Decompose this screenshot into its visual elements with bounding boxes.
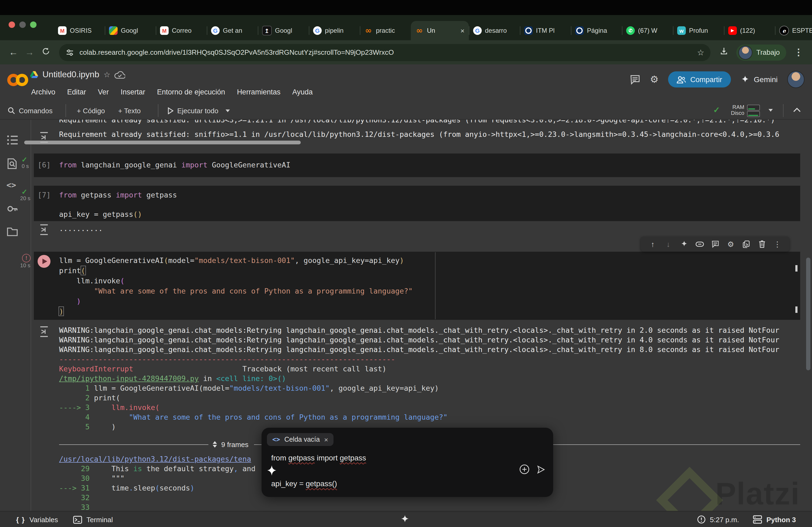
output-horizontal-scrollbar[interactable] — [24, 140, 301, 144]
browser-tab[interactable]: Correo — [156, 21, 207, 40]
menu-insertar[interactable]: Insertar — [120, 88, 145, 96]
delete-cell-trash-icon[interactable] — [754, 240, 770, 248]
send-icon[interactable] — [536, 465, 546, 474]
menu-ver[interactable]: Ver — [98, 88, 109, 96]
browser-tab[interactable]: ITM Pl — [520, 21, 571, 40]
run-cell-button[interactable] — [38, 255, 50, 268]
move-cell-up-icon[interactable]: ↑ — [645, 240, 661, 249]
menu-ayuda[interactable]: Ayuda — [292, 88, 313, 96]
resources-dropdown-icon[interactable] — [768, 109, 773, 111]
execution-count[interactable]: [6] — [38, 160, 51, 169]
settings-gear-icon[interactable]: ⚙ — [650, 74, 658, 85]
zoom-window-button[interactable] — [30, 21, 37, 28]
browser-tab[interactable]: Googl — [258, 21, 309, 40]
browser-profile-chip[interactable]: Trabajo — [737, 44, 786, 60]
cell-settings-gear-icon[interactable]: ⚙ — [723, 240, 738, 249]
disk-gauge[interactable] — [747, 111, 760, 117]
add-comment-icon[interactable] — [707, 240, 723, 248]
back-button[interactable]: ← — [5, 47, 21, 58]
command-palette-button[interactable]: Comandos — [8, 102, 53, 119]
expand-frames-icon[interactable] — [213, 441, 217, 448]
browser-tab[interactable]: Profun — [673, 21, 724, 40]
bookmark-star-icon[interactable]: ☆ — [697, 47, 704, 57]
frames-count-label[interactable]: 9 frames — [221, 440, 248, 448]
files-folder-icon[interactable] — [6, 225, 18, 237]
traceback-file-link[interactable]: /tmp/ipython-input-4289447009.py in <cel… — [59, 374, 286, 383]
download-button[interactable] — [716, 47, 732, 58]
notifications-time[interactable]: 5:27 p.m. — [697, 515, 739, 524]
menu-archivo[interactable]: Archivo — [31, 88, 55, 96]
move-cell-down-icon[interactable]: ↓ — [661, 240, 676, 249]
notebook-title[interactable]: Untitled0.ipynb — [42, 70, 99, 79]
output-toggle-icon[interactable] — [39, 325, 49, 338]
close-icon[interactable]: × — [324, 436, 328, 443]
copy-cell-icon[interactable] — [738, 240, 754, 248]
suggested-code-line[interactable]: api_key = getpass() — [271, 479, 337, 488]
site-settings-icon[interactable] — [66, 48, 74, 57]
suggested-code-line[interactable]: from getpass import getpass — [271, 453, 366, 462]
find-replace-icon[interactable] — [6, 158, 18, 169]
code-snippets-icon[interactable]: <> — [6, 180, 18, 192]
browser-tab[interactable]: ESPTE — [775, 21, 812, 40]
browser-tab[interactable]: desarro — [469, 21, 520, 40]
add-code-cell-button[interactable]: + Código — [77, 102, 105, 119]
more-actions-kebab-icon[interactable]: ⋮ — [770, 240, 785, 249]
forward-button[interactable]: → — [21, 47, 38, 58]
share-button[interactable]: Compartir — [668, 71, 731, 88]
output-toggle-icon[interactable] — [39, 131, 49, 144]
code-line[interactable]: "What are some of the pros and cons of P… — [59, 286, 413, 296]
terminal-button[interactable]: Terminal — [73, 515, 113, 524]
url-omnibox[interactable]: colab.research.google.com/drive/1l3RHQsq… — [59, 44, 711, 61]
code-line[interactable]: from langchain_google_genai import Googl… — [59, 160, 291, 169]
collapse-header-chevron-icon[interactable] — [793, 107, 801, 113]
comments-icon[interactable] — [630, 74, 640, 85]
star-notebook-icon[interactable]: ☆ — [104, 70, 110, 79]
table-of-contents-icon[interactable] — [6, 134, 18, 146]
copy-link-icon[interactable] — [692, 241, 707, 247]
download-icon — [720, 47, 728, 55]
gemini-sparkle-icon[interactable] — [400, 515, 410, 524]
insert-plus-icon[interactable] — [519, 464, 530, 475]
minimize-window-button[interactable] — [19, 21, 26, 28]
code-line[interactable]: ) — [59, 306, 63, 316]
secrets-key-icon[interactable] — [6, 203, 18, 215]
menu-entorno[interactable]: Entorno de ejecución — [157, 88, 225, 96]
traceback-file-link[interactable]: /usr/local/lib/python3.12/dist-packages/… — [59, 454, 251, 464]
browser-tab[interactable]: practic — [360, 21, 411, 40]
url-text[interactable]: colab.research.google.com/drive/1l3RHQsq… — [79, 48, 693, 56]
variables-button[interactable]: { } Variables — [16, 515, 58, 524]
close-window-button[interactable] — [9, 21, 15, 28]
browser-tab[interactable]: (122) — [724, 21, 775, 40]
reload-button[interactable] — [38, 47, 54, 58]
browser-menu-kebab-icon[interactable]: ⋮ — [791, 47, 807, 58]
account-avatar[interactable] — [787, 71, 804, 88]
execution-count[interactable]: [7] — [38, 190, 51, 200]
code-line[interactable]: llm.invoke( — [59, 276, 125, 286]
ram-gauge[interactable] — [747, 105, 760, 110]
code-line[interactable]: from getpass import getpass — [59, 190, 177, 200]
browser-tab[interactable]: Googl — [105, 21, 156, 40]
gemini-button[interactable]: Gemini — [740, 75, 778, 84]
tab-close-icon[interactable]: × — [461, 27, 465, 35]
code-line[interactable]: llm = GoogleGenerativeAI(model="models/t… — [59, 255, 404, 265]
code-line[interactable]: print( — [59, 266, 85, 275]
menu-editar[interactable]: Editar — [67, 88, 86, 96]
run-all-button[interactable]: Ejecutar todo — [168, 102, 230, 119]
browser-tab[interactable]: (67) W — [622, 21, 673, 40]
kernel-selector[interactable]: Python 3 — [753, 515, 796, 524]
code-line[interactable]: api_key = getpass() — [59, 209, 142, 219]
code-line[interactable]: ) — [59, 296, 81, 306]
browser-tab[interactable]: pipelin — [309, 21, 360, 40]
run-all-dropdown-icon[interactable] — [225, 109, 230, 112]
add-text-cell-button[interactable]: + Texto — [118, 102, 141, 119]
browser-tab[interactable]: Página — [571, 21, 622, 40]
drive-icon — [30, 71, 38, 78]
page-scrollbar-thumb[interactable] — [806, 258, 810, 370]
gemini-sparkle-icon[interactable] — [676, 240, 692, 248]
browser-tab[interactable]: OSIRIS — [54, 21, 105, 40]
empty-cell-chip[interactable]: <> Celda vacía × — [267, 433, 334, 446]
menu-herramientas[interactable]: Herramientas — [237, 88, 280, 96]
browser-tab[interactable]: Get an — [207, 21, 258, 40]
output-toggle-icon[interactable] — [39, 223, 49, 236]
browser-tab[interactable]: Un × — [411, 21, 469, 40]
